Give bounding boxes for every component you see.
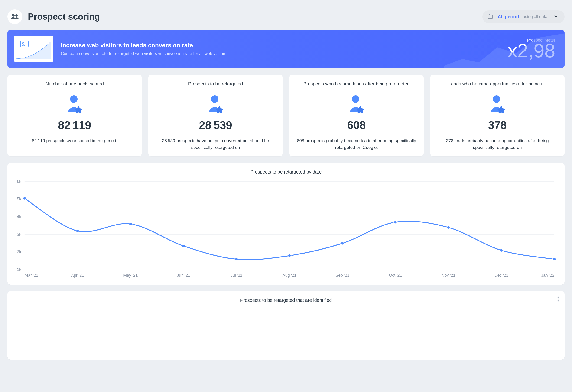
kpi-value: 82 119 <box>13 119 136 132</box>
chart-title: Prospects to be retargeted by date <box>13 169 559 175</box>
page-title: Prospect scoring <box>28 12 100 22</box>
prospect-star-icon <box>13 93 136 114</box>
svg-text:6k: 6k <box>17 179 21 184</box>
banner-sparkline <box>444 31 565 68</box>
svg-text:Jan '22: Jan '22 <box>541 273 554 278</box>
kpi-desc: 82 119 prospects were scored in the peri… <box>13 137 136 144</box>
svg-point-40 <box>288 254 291 257</box>
prospects-icon <box>7 9 22 24</box>
kpi-desc: 608 prospects probably became leads afte… <box>295 137 418 151</box>
kpi-card-leads[interactable]: Prospects who became leads after being r… <box>289 75 424 156</box>
kpi-cards: Number of prospects scored 82 119 82 119… <box>7 75 565 156</box>
line-chart[interactable]: 1k2k3k4k5k6kMar '21Apr '21May '21Jun '21… <box>13 179 559 279</box>
svg-text:3k: 3k <box>17 232 21 237</box>
svg-point-38 <box>182 244 185 247</box>
prospect-star-icon <box>295 93 418 114</box>
svg-point-1 <box>15 14 18 17</box>
identified-panel: Prospects to be retargeted that are iden… <box>7 291 565 360</box>
identified-title: Prospects to be retargeted that are iden… <box>13 298 559 303</box>
svg-point-43 <box>447 226 450 229</box>
header-left: Prospect scoring <box>7 9 100 24</box>
svg-text:Apr '21: Apr '21 <box>71 273 84 278</box>
chart-panel: Prospects to be retargeted by date 1k2k3… <box>7 163 565 285</box>
kebab-menu-icon[interactable] <box>557 296 559 302</box>
kpi-value: 608 <box>295 119 418 132</box>
svg-point-10 <box>352 95 359 103</box>
svg-point-7 <box>22 43 24 44</box>
page-header: Prospect scoring All period using all da… <box>7 6 565 30</box>
svg-point-45 <box>553 257 556 261</box>
period-sublabel: using all data <box>523 14 547 19</box>
svg-point-41 <box>341 242 344 245</box>
kpi-title: Prospects who became leads after being r… <box>295 81 418 87</box>
svg-point-11 <box>493 95 500 103</box>
period-label: All period <box>498 14 519 19</box>
svg-point-42 <box>394 221 397 224</box>
svg-point-0 <box>12 14 15 17</box>
conversion-banner[interactable]: Increase web visitors to leads conversio… <box>7 30 565 68</box>
svg-point-39 <box>235 257 238 261</box>
svg-text:Sep '21: Sep '21 <box>335 273 349 278</box>
svg-text:May '21: May '21 <box>123 273 138 278</box>
kpi-title: Number of prospects scored <box>13 81 136 87</box>
kpi-value: 28 539 <box>154 119 277 132</box>
kpi-card-scored[interactable]: Number of prospects scored 82 119 82 119… <box>7 75 142 156</box>
svg-point-48 <box>558 300 559 302</box>
kpi-title: Prospects to be retargeted <box>154 81 277 87</box>
kpi-title: Leads who became opportunities after bei… <box>436 81 559 87</box>
prospect-star-icon <box>154 93 277 114</box>
svg-text:Jul '21: Jul '21 <box>231 273 242 278</box>
svg-point-44 <box>500 249 503 252</box>
svg-point-36 <box>76 229 79 233</box>
banner-text: Increase web visitors to leads conversio… <box>61 42 226 56</box>
kpi-card-retarget[interactable]: Prospects to be retargeted 28 539 28 539… <box>148 75 283 156</box>
chevron-down-icon <box>554 14 558 19</box>
calendar-icon <box>488 14 493 20</box>
banner-thumbnail <box>14 36 53 62</box>
svg-text:Oct '21: Oct '21 <box>389 273 402 278</box>
svg-text:4k: 4k <box>17 214 21 219</box>
kpi-value: 378 <box>436 119 559 132</box>
svg-point-9 <box>211 95 219 103</box>
svg-point-37 <box>129 222 132 226</box>
prospect-star-icon <box>436 93 559 114</box>
svg-text:Aug '21: Aug '21 <box>283 273 296 278</box>
kpi-desc: 28 539 prospects have not yet converted … <box>154 137 277 151</box>
svg-point-8 <box>70 95 78 103</box>
banner-subtitle: Compare conversion rate for retargeted w… <box>61 51 226 56</box>
svg-text:5k: 5k <box>17 197 21 201</box>
svg-rect-2 <box>488 15 492 18</box>
kpi-card-opportunities[interactable]: Leads who became opportunities after bei… <box>430 75 565 156</box>
svg-text:2k: 2k <box>17 250 21 254</box>
kpi-desc: 378 leads probably became opportunities … <box>436 137 559 151</box>
banner-title: Increase web visitors to leads conversio… <box>61 42 226 49</box>
svg-text:Jun '21: Jun '21 <box>177 273 190 278</box>
svg-text:Mar '21: Mar '21 <box>25 273 38 278</box>
svg-text:1k: 1k <box>17 267 21 272</box>
svg-text:Nov '21: Nov '21 <box>442 273 456 278</box>
svg-point-47 <box>558 299 559 300</box>
svg-point-46 <box>558 297 559 298</box>
svg-point-35 <box>23 197 26 200</box>
period-selector[interactable]: All period using all data <box>482 10 565 23</box>
svg-text:Dec '21: Dec '21 <box>494 273 508 278</box>
